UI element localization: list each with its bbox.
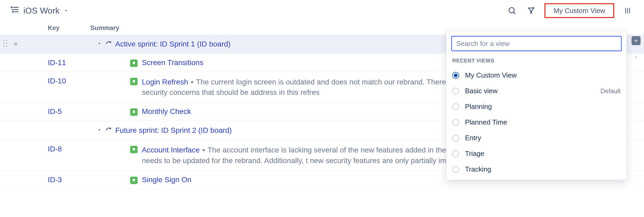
default-badge: Default (600, 87, 621, 95)
sprint-group-title[interactable]: Active sprint: ID Sprint 1 (ID board) (115, 40, 231, 48)
story-type-icon (130, 146, 138, 153)
view-option-label: Planning (465, 103, 492, 111)
view-option-label: My Custom View (465, 71, 517, 79)
filter-icon[interactable] (525, 5, 537, 16)
view-option[interactable]: Entry (446, 130, 626, 146)
radio-icon (452, 166, 459, 173)
story-type-icon (130, 108, 138, 116)
issue-key-link[interactable]: ID-3 (48, 176, 130, 184)
group-bullet-icon (14, 42, 18, 46)
summary-separator: • (202, 146, 205, 154)
column-header-key[interactable]: Key (48, 24, 90, 32)
summary-separator: • (191, 78, 193, 86)
radio-icon (452, 135, 459, 142)
svg-point-11 (6, 40, 7, 41)
board-switcher[interactable]: iOS Work (11, 5, 69, 16)
view-option[interactable]: Tracking (446, 161, 626, 177)
add-column-button[interactable]: + (632, 36, 641, 45)
issue-key-link[interactable]: ID-5 (48, 107, 130, 116)
view-selector-label: My Custom View (553, 7, 605, 15)
svg-point-12 (3, 43, 5, 44)
svg-point-4 (12, 11, 13, 12)
view-search-input[interactable] (456, 40, 617, 48)
view-option[interactable]: Planning (446, 99, 626, 114)
svg-line-6 (514, 12, 515, 14)
sprint-icon (105, 40, 113, 49)
columns-icon[interactable] (622, 5, 633, 16)
issue-summary-link[interactable]: Account Interface (142, 146, 200, 154)
view-option[interactable]: Basic view Default (446, 83, 626, 99)
view-option[interactable]: Planned Time (446, 114, 626, 130)
radio-icon (452, 150, 459, 157)
chevron-down-icon[interactable] (97, 41, 102, 47)
drag-handle-icon[interactable] (3, 40, 8, 48)
svg-point-13 (6, 43, 7, 44)
view-option-label: Triage (465, 150, 484, 158)
issue-key-link[interactable]: ID-8 (48, 145, 130, 153)
radio-icon (452, 103, 459, 110)
radio-icon (452, 119, 459, 126)
view-search-wrapper[interactable] (451, 36, 622, 51)
dropdown-section-label: RECENT VIEWS (446, 55, 626, 67)
issue-key-link[interactable]: ID-11 (48, 58, 130, 67)
story-type-icon (130, 59, 138, 67)
issue-key-link[interactable]: ID-10 (48, 77, 130, 85)
view-option-label: Planned Time (465, 118, 507, 126)
svg-point-10 (3, 40, 5, 41)
topbar: iOS Work My Custom View (0, 0, 644, 21)
view-option[interactable]: My Custom View (446, 67, 626, 83)
column-header-summary[interactable]: Summary (90, 24, 644, 32)
radio-icon (452, 88, 459, 95)
svg-point-1 (11, 7, 12, 8)
view-dropdown-panel: RECENT VIEWS My Custom View Basic view D… (446, 31, 627, 180)
list-icon (11, 5, 20, 16)
search-icon[interactable] (506, 5, 518, 16)
svg-point-5 (509, 8, 514, 13)
chevron-down-icon (63, 6, 69, 16)
issue-summary-link[interactable]: Screen Transitions (142, 58, 203, 67)
radio-selected-icon (452, 72, 459, 79)
story-type-icon (130, 177, 138, 184)
issue-summary-link[interactable]: Single Sign On (142, 176, 191, 184)
scroll-up-icon[interactable] (634, 55, 638, 61)
board-name: iOS Work (23, 6, 59, 16)
svg-point-14 (3, 46, 5, 47)
view-option-label: Tracking (465, 165, 491, 173)
sprint-group-title[interactable]: Future sprint: ID Sprint 2 (ID board) (115, 126, 232, 135)
view-option[interactable]: Triage (446, 146, 626, 161)
issue-summary-link[interactable]: Monthly Check (142, 107, 191, 116)
view-option-label: Entry (465, 134, 481, 142)
topbar-actions: My Custom View (506, 3, 633, 18)
view-selector-button[interactable]: My Custom View (544, 3, 614, 18)
issue-description: The current login screen is outdated and… (142, 78, 495, 96)
svg-point-15 (6, 46, 7, 47)
view-option-label: Basic view (465, 87, 498, 95)
sprint-icon (105, 127, 113, 135)
chevron-down-icon[interactable] (97, 127, 102, 134)
story-type-icon (130, 78, 138, 85)
issue-summary-link[interactable]: Login Refresh (142, 78, 188, 86)
right-edge-controls: + (628, 32, 644, 217)
